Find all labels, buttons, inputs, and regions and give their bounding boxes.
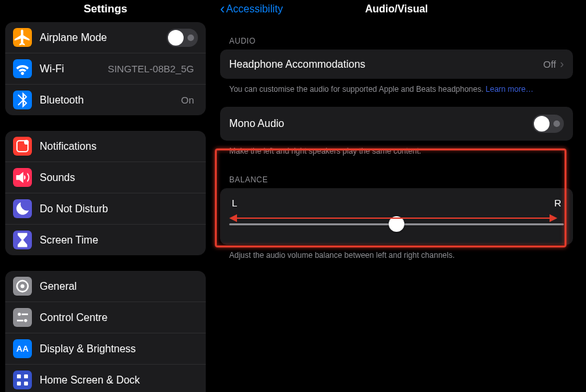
row-label: Display & Brightness [40, 343, 198, 355]
balance-left-label: L [232, 197, 237, 208]
cell-value: Off [543, 59, 556, 70]
svg-point-1 [24, 140, 29, 145]
balance-section-header: BALANCE [229, 175, 564, 184]
mono-footer: Make the left and right speakers play th… [229, 146, 564, 157]
row-label: Wi-Fi [40, 63, 107, 75]
row-label: Notifications [40, 141, 198, 152]
row-label: Bluetooth [40, 94, 181, 106]
moon-icon [13, 199, 32, 218]
sidebar-item-bluetooth[interactable]: Bluetooth On [5, 84, 206, 115]
row-label: Do Not Disturb [40, 203, 198, 215]
balance-right-label: R [554, 197, 561, 208]
gear-icon [13, 277, 32, 296]
sidebar-group-general: General Control Centre AA Display & Brig… [5, 271, 206, 392]
wifi-icon [13, 59, 32, 78]
row-value: SINGTEL-08B2_5G [107, 63, 194, 74]
sidebar-item-control-centre[interactable]: Control Centre [5, 301, 206, 333]
svg-point-3 [20, 284, 24, 288]
annotation-arrow [237, 217, 550, 219]
back-button[interactable]: ‹ Accessibility [220, 1, 283, 18]
row-label: Airplane Mode [40, 32, 167, 44]
row-label: Home Screen & Dock [40, 374, 198, 386]
back-label: Accessibility [226, 3, 283, 15]
svg-rect-11 [24, 382, 28, 385]
svg-rect-10 [17, 382, 21, 385]
svg-rect-9 [24, 374, 28, 378]
speaker-icon [13, 168, 32, 187]
mono-audio-cell[interactable]: Mono Audio [220, 107, 573, 141]
svg-point-4 [18, 313, 21, 316]
sidebar-item-wifi[interactable]: Wi-Fi SINGTEL-08B2_5G [5, 53, 206, 84]
balance-group: L R [220, 188, 573, 245]
sidebar-title: Settings [5, 0, 206, 22]
chevron-left-icon: ‹ [220, 1, 225, 18]
airplane-icon [13, 28, 32, 47]
row-label: Screen Time [40, 234, 198, 246]
bluetooth-icon [13, 91, 32, 109]
detail-title: Audio/Visual [365, 3, 428, 15]
row-label: Sounds [40, 172, 198, 184]
sidebar-item-sounds[interactable]: Sounds [5, 161, 206, 193]
hourglass-icon [13, 231, 32, 249]
sidebar-item-notifications[interactable]: Notifications [5, 131, 206, 161]
headphone-footer: You can customise the audio for supporte… [229, 84, 564, 95]
sidebar-item-display[interactable]: AA Display & Brightness [5, 333, 206, 364]
sidebar-item-airplane-mode[interactable]: Airplane Mode [5, 22, 206, 53]
chevron-right-icon: › [560, 57, 564, 71]
balance-footer: Adjust the audio volume balance between … [229, 250, 564, 261]
cell-label: Mono Audio [229, 118, 533, 130]
balance-cell: L R [220, 188, 573, 245]
switches-icon [13, 308, 32, 327]
sidebar-item-screen-time[interactable]: Screen Time [5, 224, 206, 255]
sidebar-item-general[interactable]: General [5, 271, 206, 301]
row-label: General [40, 281, 198, 292]
bell-icon [13, 137, 32, 156]
headphone-accommodations-cell[interactable]: Headphone Accommodations Off › [220, 49, 573, 79]
svg-rect-7 [17, 320, 23, 321]
detail-pane: ‹ Accessibility Audio/Visual AUDIO Headp… [211, 0, 586, 392]
row-value: On [181, 94, 194, 105]
headphone-group: Headphone Accommodations Off › [220, 49, 573, 79]
detail-header: ‹ Accessibility Audio/Visual [220, 0, 573, 18]
sidebar-group-connectivity: Airplane Mode Wi-Fi SINGTEL-08B2_5G Blue… [5, 22, 206, 115]
svg-rect-8 [17, 374, 21, 378]
mono-group: Mono Audio [220, 107, 573, 141]
mono-audio-toggle[interactable] [533, 115, 564, 133]
settings-sidebar: Settings Airplane Mode Wi-Fi SINGTEL-08B… [0, 0, 211, 392]
sidebar-item-home-screen[interactable]: Home Screen & Dock [5, 364, 206, 392]
footer-text: You can customise the audio for supporte… [229, 85, 486, 94]
grid-icon [13, 371, 32, 389]
annotation-arrow-right [550, 214, 557, 222]
row-label: Control Centre [40, 312, 198, 324]
svg-point-6 [24, 319, 27, 322]
cell-label: Headphone Accommodations [229, 59, 543, 70]
aa-icon: AA [13, 339, 32, 358]
annotation-arrow-left [229, 214, 237, 222]
audio-section-header: AUDIO [229, 36, 564, 46]
sidebar-group-alerts: Notifications Sounds Do Not Disturb Scre… [5, 131, 206, 255]
airplane-toggle[interactable] [167, 29, 198, 47]
sidebar-item-dnd[interactable]: Do Not Disturb [5, 193, 206, 224]
learn-more-link[interactable]: Learn more… [486, 85, 533, 94]
svg-rect-5 [21, 313, 28, 315]
